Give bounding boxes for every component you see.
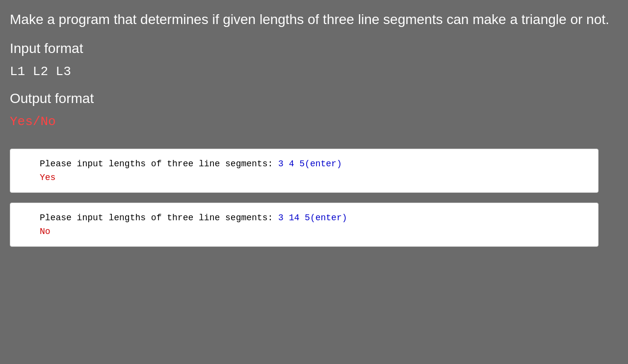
example-1-prompt-text: Please input lengths of three line segme… [40,159,278,169]
example-1-prompt: Please input lengths of three line segme… [40,159,583,169]
output-format-line: Yes/No [10,114,618,129]
example-2-prompt-text: Please input lengths of three line segme… [40,213,278,223]
example-1-output: Yes [40,173,583,182]
example-box-1: Please input lengths of three line segme… [10,149,599,193]
problem-description: Make a program that determines if given … [10,10,618,29]
example-1-user-input: 3 4 5(enter) [278,159,342,169]
example-2-user-input: 3 14 5(enter) [278,213,347,223]
input-format-line: L1 L2 L3 [10,64,618,79]
example-2-output: No [40,227,583,236]
input-format-heading: Input format [10,41,618,56]
example-2-prompt: Please input lengths of three line segme… [40,213,583,223]
output-format-heading: Output format [10,91,618,106]
example-box-2: Please input lengths of three line segme… [10,203,599,247]
